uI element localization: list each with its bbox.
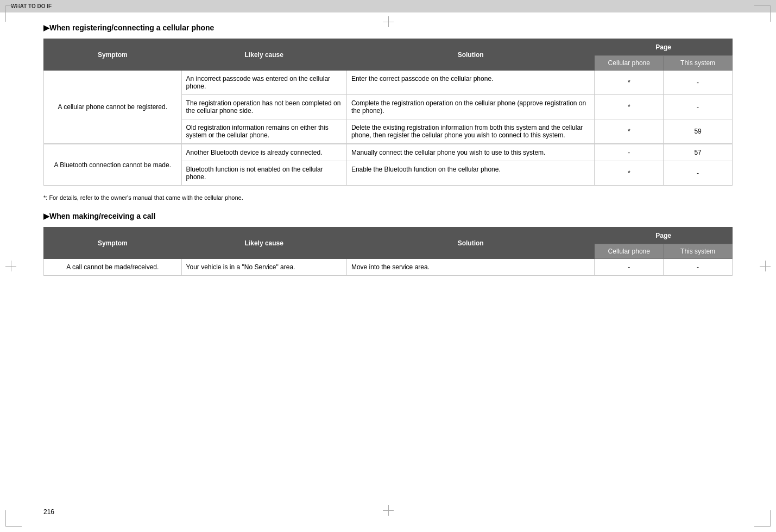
cause-cell-s2-1: Your vehicle is in a "No Service" area.: [181, 259, 346, 276]
cellular-page-1-1: *: [595, 71, 664, 95]
table-row: A cellular phone cannot be registered. A…: [44, 71, 733, 95]
solution-cell-2-2: Enable the Bluetooth function on the cel…: [346, 161, 594, 186]
corner-mark-tr: [754, 5, 771, 22]
solution-cell-1-3: Delete the existing registration informa…: [346, 119, 594, 144]
cause-cell-1-3: Old registration information remains on …: [181, 119, 346, 144]
symptom-cell-s2-1: A call cannot be made/received.: [44, 259, 182, 276]
header-bar: WHAT TO DO IF: [0, 0, 776, 12]
th-cause-1: Likely cause: [181, 39, 346, 71]
system-page-2-1: 57: [664, 144, 733, 161]
solution-cell-s2-1: Move into the service area.: [346, 259, 594, 276]
cellular-page-1-3: *: [595, 119, 664, 144]
th-solution-1: Solution: [346, 39, 594, 71]
th-this-system-1: This system: [664, 56, 733, 71]
symptom-cell-1: A cellular phone cannot be registered.: [44, 71, 182, 144]
cellular-page-s2-1: -: [595, 259, 664, 276]
cellular-page-2-1: -: [595, 144, 664, 161]
section2-title: ▶When making/receiving a call: [43, 212, 733, 220]
system-page-1-3: 59: [664, 119, 733, 144]
solution-cell-1-1: Enter the correct passcode on the cellul…: [346, 71, 594, 95]
th-symptom-2: Symptom: [44, 227, 182, 259]
th-cellular-1: Cellular phone: [595, 56, 664, 71]
th-page-1: Page: [595, 39, 733, 56]
symptom-cell-2: A Bluetooth connection cannot be made.: [44, 144, 182, 186]
crosshair-top: [383, 16, 394, 27]
th-cellular-2: Cellular phone: [595, 244, 664, 259]
system-page-1-2: -: [664, 95, 733, 119]
solution-cell-1-2: Complete the registration operation on t…: [346, 95, 594, 119]
cellular-page-2-2: *: [595, 161, 664, 186]
corner-mark-br: [754, 510, 771, 527]
cellular-page-1-2: *: [595, 95, 664, 119]
corner-mark-tl: [5, 5, 22, 22]
solution-cell-2-1: Manually connect the cellular phone you …: [346, 144, 594, 161]
page-number: 216: [43, 508, 54, 516]
crosshair-mid-right: [760, 261, 771, 271]
cause-cell-1-2: The registration operation has not been …: [181, 95, 346, 119]
table-row: A Bluetooth connection cannot be made. A…: [44, 144, 733, 161]
th-solution-2: Solution: [346, 227, 594, 259]
section1-table: Symptom Likely cause Solution Page Cellu…: [43, 39, 733, 186]
th-page-2: Page: [595, 227, 733, 244]
th-this-system-2: This system: [664, 244, 733, 259]
th-cause-2: Likely cause: [181, 227, 346, 259]
system-page-2-2: -: [664, 161, 733, 186]
cause-cell-1-1: An incorrect passcode was entered on the…: [181, 71, 346, 95]
table-row: A call cannot be made/received. Your veh…: [44, 259, 733, 276]
cause-cell-2-1: Another Bluetooth device is already conn…: [181, 144, 346, 161]
main-content: ▶When registering/connecting a cellular …: [0, 12, 776, 306]
crosshair-bottom: [383, 505, 394, 516]
section1-footnote: *: For details, refer to the owner's man…: [43, 194, 733, 201]
section2-table: Symptom Likely cause Solution Page Cellu…: [43, 227, 733, 276]
system-page-1-1: -: [664, 71, 733, 95]
crosshair-mid-left: [5, 261, 16, 271]
system-page-s2-1: -: [664, 259, 733, 276]
th-symptom-1: Symptom: [44, 39, 182, 71]
corner-mark-bl: [5, 510, 22, 527]
cause-cell-2-2: Bluetooth function is not enabled on the…: [181, 161, 346, 186]
